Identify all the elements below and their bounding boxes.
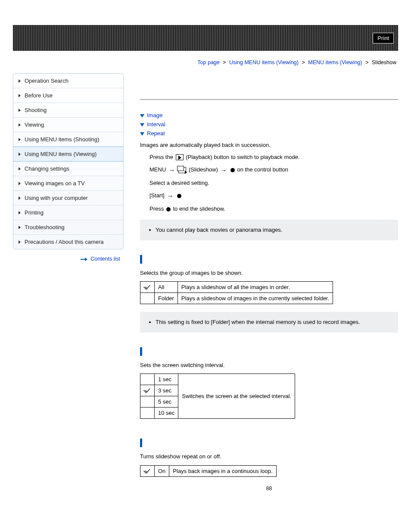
step-text: (Slideshow) <box>187 166 218 173</box>
check-icon <box>144 284 151 289</box>
step-text: to end the slideshow. <box>171 205 225 212</box>
sidebar-item[interactable]: Before Use <box>13 88 123 103</box>
section-desc: Turns slideshow repeat on or off. <box>140 452 398 461</box>
check-cell <box>140 385 155 396</box>
section-desc: Sets the screen switching interval. <box>140 361 398 370</box>
step-text: Press the <box>149 154 175 160</box>
center-button-icon <box>166 207 171 212</box>
option-name: 10 sec <box>155 408 178 419</box>
check-icon <box>144 468 151 473</box>
option-name: All <box>155 282 178 293</box>
divider <box>140 99 398 100</box>
playback-icon <box>176 154 184 160</box>
section-bar-icon <box>140 347 142 356</box>
contents-list-link[interactable]: Contents list <box>90 256 120 262</box>
step-row: [Start]→ <box>149 192 398 199</box>
note-text: This setting is fixed to [Folder] when t… <box>156 318 390 327</box>
table-row: All Plays a slideshow of all the images … <box>140 282 333 293</box>
sidebar-item[interactable]: Using with your computer <box>13 191 123 205</box>
check-cell <box>140 293 155 304</box>
arrow-then-icon: → <box>221 166 227 174</box>
anchor-interval[interactable]: Interval <box>147 121 165 128</box>
slideshow-icon <box>178 167 186 173</box>
breadcrumb-current: Slideshow <box>372 59 396 65</box>
intro-text: Images are automatically played back in … <box>140 141 398 149</box>
breadcrumb: Top page > Using MENU items (Viewing) > … <box>13 59 398 65</box>
breadcrumb-sep: > <box>302 59 305 65</box>
step-text: [Start] <box>149 192 165 199</box>
chevron-down-icon <box>140 114 144 118</box>
sidebar-item[interactable]: Viewing <box>13 118 123 132</box>
sidebar-item[interactable]: Printing <box>13 205 123 220</box>
interval-options-table: 1 sec Switches the screen at the selecte… <box>140 373 295 419</box>
sidebar-item[interactable]: Operation Search <box>13 74 123 88</box>
sidebar-item[interactable]: Viewing images on a TV <box>13 176 123 191</box>
steps-list: Press the (Playback) button to switch to… <box>149 154 398 212</box>
breadcrumb-link[interactable]: Using MENU items (Viewing) <box>229 59 299 65</box>
option-name: 5 sec <box>155 396 178 408</box>
contents-list: Contents list <box>13 255 124 262</box>
check-icon <box>144 387 151 392</box>
check-cell <box>140 465 155 476</box>
option-name: 1 sec <box>155 374 178 385</box>
check-cell <box>140 282 155 293</box>
sidebar-item-active[interactable]: Using MENU items (Viewing) <box>13 146 123 162</box>
option-desc: Switches the screen at the selected inte… <box>178 374 295 419</box>
sidebar-item[interactable]: Changing settings <box>13 162 123 176</box>
arrow-then-icon: → <box>168 166 175 174</box>
breadcrumb-link[interactable]: MENU items (Viewing) <box>308 59 362 65</box>
step-row: Select a desired setting. <box>149 180 398 186</box>
sidebar-item[interactable]: Using MENU items (Shooting) <box>13 132 123 147</box>
section-bar-icon <box>140 439 142 447</box>
option-name: Folder <box>155 293 178 304</box>
print-button[interactable]: Print <box>373 33 394 44</box>
option-desc: Plays a slideshow of all the images in o… <box>177 282 333 293</box>
center-button-icon <box>177 194 181 198</box>
repeat-options-table: On Plays back images in a continuous loo… <box>140 465 277 477</box>
chevron-down-icon <box>140 123 144 127</box>
step-text: (Playback) button to switch to playback … <box>184 154 300 160</box>
breadcrumb-link[interactable]: Top page <box>197 59 219 65</box>
option-name: 3 sec <box>155 385 178 396</box>
table-row: 1 sec Switches the screen at the selecte… <box>140 374 295 385</box>
table-row: Folder Plays a slideshow of images in th… <box>140 293 333 304</box>
anchor-list: Image Interval Repeat <box>140 112 398 137</box>
option-desc: Plays back images in a continuous loop. <box>169 465 276 476</box>
step-row: Press the (Playback) button to switch to… <box>149 154 398 161</box>
sidebar: Operation Search Before Use Shooting Vie… <box>13 73 124 249</box>
center-button-icon <box>230 168 235 172</box>
main-content: Image Interval Repeat Images are automat… <box>124 73 398 492</box>
step-text: on the control button <box>236 166 288 173</box>
arrow-then-icon: → <box>167 192 174 199</box>
check-cell <box>140 374 155 385</box>
sidebar-item[interactable]: Troubleshooting <box>13 220 123 235</box>
section-desc: Selects the group of images to be shown. <box>140 269 398 277</box>
arrow-right-icon <box>81 258 87 261</box>
check-cell <box>140 396 155 408</box>
note-box: This setting is fixed to [Folder] when t… <box>140 312 398 333</box>
sidebar-item[interactable]: Shooting <box>13 103 123 118</box>
sidebar-item[interactable]: Precautions / About this camera <box>13 235 123 249</box>
option-desc: Plays a slideshow of images in the curre… <box>177 293 333 304</box>
option-name: On <box>155 465 169 476</box>
step-text: Press <box>149 205 165 212</box>
page-number: 88 <box>140 485 398 492</box>
image-options-table: All Plays a slideshow of all the images … <box>140 281 333 304</box>
anchor-image[interactable]: Image <box>147 112 162 118</box>
breadcrumb-sep: > <box>365 59 368 65</box>
note-text: You cannot play back movies or panorama … <box>156 226 390 234</box>
anchor-repeat[interactable]: Repeat <box>147 130 165 137</box>
table-row: On Plays back images in a continuous loo… <box>140 465 277 476</box>
check-cell <box>140 408 155 419</box>
breadcrumb-sep: > <box>223 59 226 65</box>
step-row: Press to end the slideshow. <box>149 205 398 212</box>
note-box: You cannot play back movies or panorama … <box>140 220 398 240</box>
step-row: MENU→ (Slideshow)→ on the control button <box>149 166 398 174</box>
section-bar-icon <box>140 255 142 264</box>
chevron-down-icon <box>140 132 144 136</box>
step-text: MENU <box>149 166 166 173</box>
header-bar: Print <box>13 25 398 51</box>
